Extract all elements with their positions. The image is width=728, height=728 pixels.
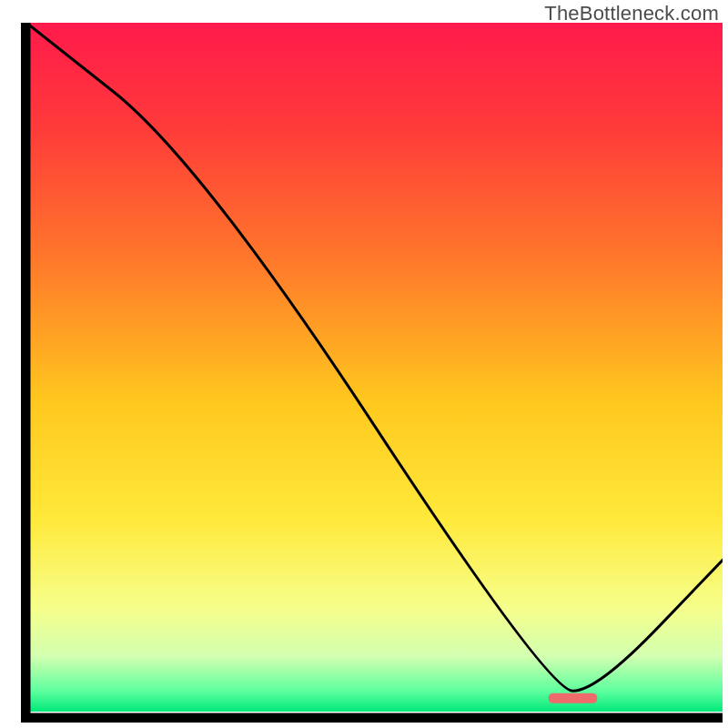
plot-area: [21, 23, 723, 723]
chart-frame: TheBottleneck.com: [0, 0, 728, 728]
chart-svg: [21, 23, 723, 723]
valley-marker: [549, 693, 598, 703]
gradient-fill: [21, 23, 723, 712]
watermark-text: TheBottleneck.com: [544, 2, 719, 25]
